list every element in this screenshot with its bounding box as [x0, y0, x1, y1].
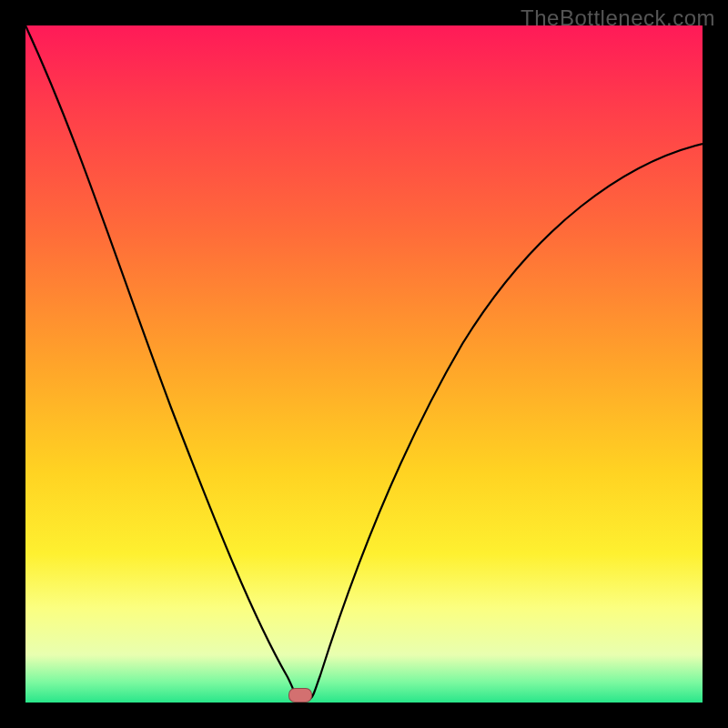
notch-marker [288, 688, 312, 703]
bottleneck-curve [25, 25, 703, 699]
watermark-text: TheBottleneck.com [521, 5, 715, 31]
curve-svg [25, 25, 703, 703]
plot-area [25, 25, 703, 703]
chart-container: TheBottleneck.com [0, 0, 728, 728]
